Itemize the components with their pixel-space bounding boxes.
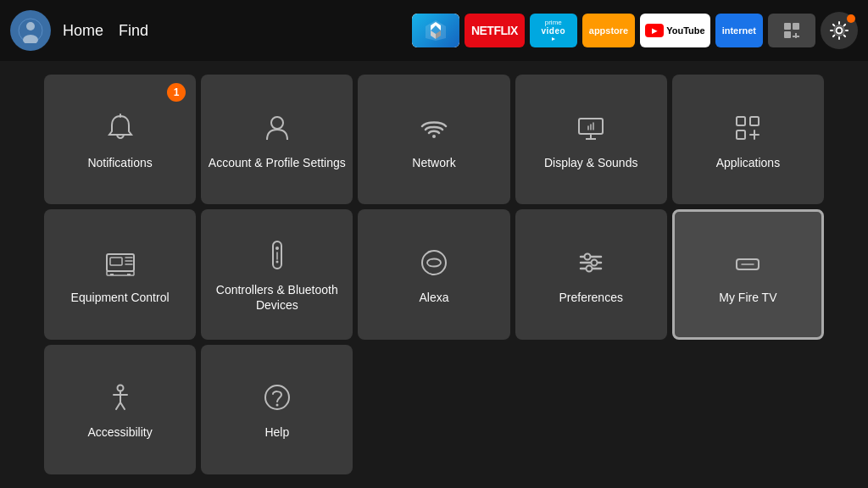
app-kodi[interactable] (412, 14, 459, 47)
preferences-label: Preferences (559, 290, 622, 305)
svg-rect-9 (784, 31, 791, 38)
svg-point-52 (275, 404, 278, 407)
svg-point-37 (422, 251, 446, 274)
grid-item-equipment[interactable]: Equipment Control (44, 209, 196, 339)
user-avatar[interactable] (10, 10, 51, 51)
settings-notification-dot (847, 14, 855, 23)
svg-rect-28 (127, 274, 131, 275)
svg-point-42 (592, 259, 598, 265)
apps-icon (729, 109, 766, 147)
nav-find[interactable]: Find (119, 22, 148, 40)
svg-line-50 (120, 402, 125, 409)
svg-point-1 (26, 22, 35, 30)
svg-rect-21 (750, 117, 759, 125)
grid-icon (782, 21, 801, 40)
app-youtube[interactable]: ▶ YouTube (640, 14, 709, 47)
prime-arrow: ▸ (552, 36, 555, 42)
svg-rect-7 (784, 23, 791, 30)
app-prime[interactable]: prime video ▸ (530, 14, 577, 47)
app-netflix[interactable]: NETFLIX (465, 14, 525, 47)
svg-rect-27 (110, 274, 114, 275)
svg-rect-22 (737, 130, 745, 139)
firetv-icon (729, 244, 766, 281)
notification-badge: 1 (167, 83, 186, 102)
grid-item-applications[interactable]: Applications (672, 75, 824, 204)
app-grid-button[interactable] (768, 14, 815, 47)
appstore-label: appstore (589, 25, 628, 36)
alexa-icon (415, 244, 453, 281)
settings-button[interactable] (821, 12, 858, 49)
accessibility-icon (102, 379, 139, 416)
remote-icon (259, 236, 296, 274)
grid-item-display[interactable]: Display & Sounds (515, 75, 667, 204)
settings-grid: 1 Notifications Account & Profile Settin… (0, 61, 868, 488)
prime-label-1: prime (545, 19, 562, 26)
svg-point-15 (271, 117, 283, 129)
nav-links: Home Find (63, 22, 148, 40)
svg-point-46 (117, 385, 123, 391)
tv-icon (102, 244, 139, 281)
grid-item-myfiretv[interactable]: My Fire TV (672, 209, 824, 339)
svg-point-34 (275, 247, 279, 250)
svg-rect-11 (793, 36, 799, 37)
svg-point-36 (275, 260, 278, 263)
svg-line-49 (116, 402, 120, 409)
svg-point-43 (587, 265, 593, 271)
grid-item-controllers[interactable]: Controllers & Bluetooth Devices (201, 209, 353, 339)
nav-home[interactable]: Home (63, 22, 103, 40)
wifi-icon (415, 109, 453, 147)
top-nav: Home Find NETFLIX prime video ▸ (0, 0, 868, 61)
grid-item-preferences[interactable]: Preferences (515, 209, 667, 339)
grid-item-account[interactable]: Account & Profile Settings (201, 75, 353, 204)
controllers-label: Controllers & Bluetooth Devices (201, 282, 353, 313)
svg-rect-8 (793, 23, 799, 30)
accessibility-label: Accessibility (87, 424, 152, 440)
help-icon (259, 379, 296, 416)
help-label: Help (264, 424, 289, 440)
app-internet[interactable]: internet (715, 14, 763, 47)
grid-item-alexa[interactable]: Alexa (358, 209, 509, 339)
bell-icon (102, 109, 139, 147)
gear-icon (829, 20, 849, 41)
applications-label: Applications (716, 155, 781, 170)
grid-item-notifications[interactable]: 1 Notifications (44, 75, 196, 204)
notifications-label: Notifications (87, 155, 152, 170)
app-appstore[interactable]: appstore (582, 14, 635, 47)
alexa-label: Alexa (419, 290, 448, 305)
svg-rect-29 (110, 258, 122, 265)
account-label: Account & Profile Settings (209, 155, 346, 170)
person-icon (259, 109, 296, 147)
svg-rect-20 (737, 117, 745, 125)
youtube-label: YouTube (666, 25, 704, 36)
network-label: Network (412, 155, 455, 170)
grid-item-accessibility[interactable]: Accessibility (44, 345, 196, 474)
display-label: Display & Sounds (544, 155, 638, 170)
display-icon (572, 109, 609, 147)
youtube-icon-wrapper: ▶ YouTube (645, 24, 704, 37)
myfiretv-label: My Fire TV (719, 290, 776, 305)
svg-point-16 (432, 135, 436, 138)
svg-point-41 (585, 253, 591, 259)
svg-point-12 (837, 28, 843, 34)
youtube-play-icon: ▶ (645, 24, 664, 37)
nav-apps: NETFLIX prime video ▸ appstore ▶ YouTube… (412, 12, 858, 49)
prime-label-2: video (541, 26, 565, 36)
sliders-icon (572, 244, 609, 281)
kodi-icon (424, 19, 448, 42)
grid-item-help[interactable]: Help (201, 345, 353, 474)
internet-label: internet (722, 25, 756, 36)
svg-rect-25 (107, 254, 134, 271)
netflix-label: NETFLIX (471, 24, 518, 37)
equipment-label: Equipment Control (71, 290, 170, 305)
grid-item-network[interactable]: Network (358, 75, 509, 204)
